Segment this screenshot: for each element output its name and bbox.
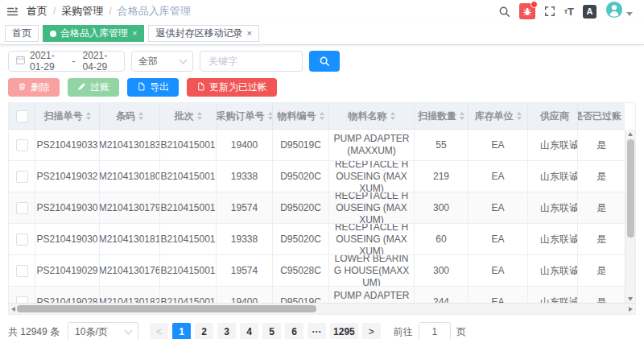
avatar[interactable]	[605, 1, 623, 22]
hamburger-icon[interactable]	[6, 6, 19, 18]
column-header-unit[interactable]: 库存单位	[469, 103, 528, 130]
table-row[interactable]: PS210419030M2104130179B21041500119574D95…	[9, 192, 625, 224]
post-button[interactable]: 过账	[68, 78, 119, 97]
cell-name: LOWER BEARING HOUSE(MAXXUM)	[329, 255, 415, 287]
breadcrumb-home[interactable]: 首页	[27, 4, 47, 19]
date-range-separator: -	[72, 56, 76, 67]
cell-value: RECEPTACLE HOUSEING (MAXXUM)	[333, 224, 410, 255]
column-header-label: 物料名称	[349, 110, 387, 123]
sort-carets-icon[interactable]	[86, 112, 91, 120]
horizontal-scrollbar[interactable]	[9, 303, 635, 314]
goto-page-input[interactable]	[419, 322, 451, 339]
column-header-label: 是否已过账	[578, 110, 621, 123]
column-header-po[interactable]: 采购订单号	[217, 103, 273, 130]
scroll-right-arrow-icon[interactable]	[629, 307, 633, 312]
column-header-qty[interactable]: 扫描数量	[415, 103, 469, 130]
cell-supplier: 山东联诚集团	[528, 287, 578, 304]
fullscreen-icon[interactable]	[544, 6, 555, 17]
scroll-up-arrow-icon[interactable]	[628, 132, 633, 136]
scroll-down-arrow-icon[interactable]	[628, 297, 633, 301]
row-checkbox[interactable]	[16, 139, 28, 151]
table-row[interactable]: PS210419030M2104130181B21041500119338D95…	[9, 224, 625, 255]
date-range-picker[interactable]: 2021-01-29 - 2021-04-29	[8, 51, 125, 72]
sort-carets-icon[interactable]	[517, 112, 522, 120]
column-header-posted[interactable]: 是否已过账	[578, 103, 625, 130]
page-button-3[interactable]: 3	[217, 323, 236, 339]
tab-home[interactable]: 首页	[5, 25, 39, 42]
row-checkbox[interactable]	[16, 234, 28, 246]
horizontal-scrollbar-thumb[interactable]	[17, 305, 316, 312]
sort-carets-icon[interactable]	[138, 112, 143, 120]
column-header-name[interactable]: 物料名称	[329, 103, 415, 130]
cell-batch: B210415001	[160, 192, 217, 224]
vertical-scrollbar[interactable]	[625, 130, 635, 304]
cell-mat_no: D95020C	[273, 192, 329, 224]
cell-value: 是	[597, 233, 606, 246]
column-header-barcode[interactable]: 条码	[100, 103, 160, 130]
page-button-2[interactable]: 2	[195, 323, 213, 339]
language-icon[interactable]: A	[583, 5, 597, 19]
close-icon[interactable]: ×	[132, 29, 137, 38]
page-button-1[interactable]: 1	[172, 323, 191, 339]
cell-value: M2104130181	[100, 234, 160, 245]
chevron-down-icon	[125, 327, 133, 335]
cell-value: 19574	[231, 265, 258, 276]
page-size-value: 10条/页	[75, 325, 108, 339]
select-all-checkbox[interactable]	[16, 110, 28, 122]
sort-carets-icon[interactable]	[390, 112, 395, 120]
column-header-mat_no[interactable]: 物料编号	[273, 103, 329, 130]
cell-mat_no: C95028C	[273, 255, 329, 287]
search-icon[interactable]	[498, 6, 510, 18]
page-size-select[interactable]: 10条/页	[68, 322, 138, 339]
goto-label: 前往	[394, 325, 413, 339]
sort-carets-icon[interactable]	[268, 112, 273, 120]
column-header-label: 条码	[116, 110, 135, 123]
cell-batch: B210415001	[160, 255, 217, 287]
font-size-icon[interactable]: тT	[564, 6, 574, 18]
keyword-input[interactable]	[200, 51, 303, 72]
cell-scan: PS210419029	[35, 255, 100, 287]
cell-qty: 300	[415, 192, 469, 224]
sort-carets-icon[interactable]	[320, 112, 324, 120]
cell-posted: 是	[578, 255, 625, 287]
cell-value: PS210419030	[36, 202, 97, 213]
vertical-scrollbar-thumb[interactable]	[627, 139, 634, 238]
table-row[interactable]: PS210419032M2104130180B21041500119338D95…	[9, 161, 625, 192]
close-icon[interactable]: ×	[246, 29, 251, 38]
breadcrumb-purchase-mgmt[interactable]: 采购管理	[61, 4, 103, 19]
next-page-button[interactable]: >	[362, 323, 381, 339]
row-checkbox[interactable]	[16, 202, 28, 214]
page-button-4[interactable]: 4	[240, 323, 258, 339]
column-header-label: 采购订单号	[217, 110, 265, 123]
chevron-down-icon	[626, 12, 633, 16]
page-button-6[interactable]: 6	[285, 323, 303, 339]
table-row[interactable]: PS210419033M2104130183B21041500119400D95…	[9, 130, 625, 161]
update-posted-button[interactable]: 更新为已过帐	[187, 78, 277, 97]
search-button[interactable]	[309, 51, 340, 72]
page-button-5[interactable]: 5	[262, 323, 281, 339]
column-header-batch[interactable]: 批次	[160, 103, 217, 130]
date-range-end: 2021-04-29	[83, 50, 118, 72]
column-header-scan[interactable]: 扫描单号	[35, 103, 100, 130]
export-button[interactable]: 导出	[127, 78, 179, 97]
table-row[interactable]: PS210419029M2104130176B21041500119574C95…	[9, 255, 625, 287]
tab-view-2[interactable]: 退供封存区移动记录×	[148, 25, 258, 42]
row-checkbox[interactable]	[16, 171, 28, 183]
page-button-1295[interactable]: 1295	[330, 323, 358, 339]
prev-page-button[interactable]: <	[150, 323, 168, 339]
table-row[interactable]: PS210419028M2104130182B21041500119400D95…	[9, 287, 625, 304]
scroll-left-arrow-icon[interactable]	[11, 307, 15, 312]
bug-report-button[interactable]	[519, 3, 535, 19]
status-select[interactable]: 全部	[131, 51, 193, 72]
cell-value: 是	[597, 264, 606, 278]
user-menu[interactable]	[605, 1, 633, 22]
delete-button[interactable]: 删除	[8, 78, 60, 97]
tab-view-1[interactable]: 合格品入库管理×	[43, 25, 144, 42]
page-ellipsis-button[interactable]: ···	[308, 323, 326, 339]
row-checkbox[interactable]	[16, 265, 28, 277]
row-checkbox-cell	[9, 255, 35, 287]
sort-carets-icon[interactable]	[460, 112, 464, 120]
sort-carets-icon[interactable]	[197, 112, 202, 120]
filter-toolbar: 2021-01-29 - 2021-04-29 全部	[8, 51, 636, 72]
cell-value: B210415001	[160, 139, 215, 151]
